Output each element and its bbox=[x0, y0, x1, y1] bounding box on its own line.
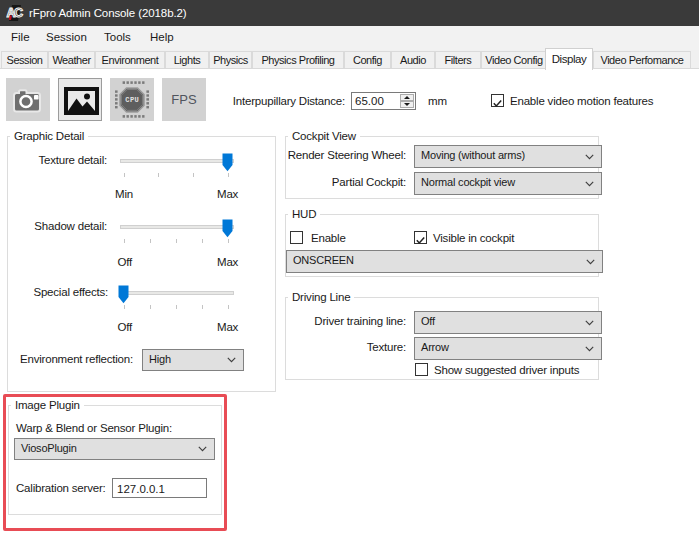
svg-text:CPU: CPU bbox=[125, 96, 139, 104]
svg-text:AC: AC bbox=[7, 6, 24, 20]
